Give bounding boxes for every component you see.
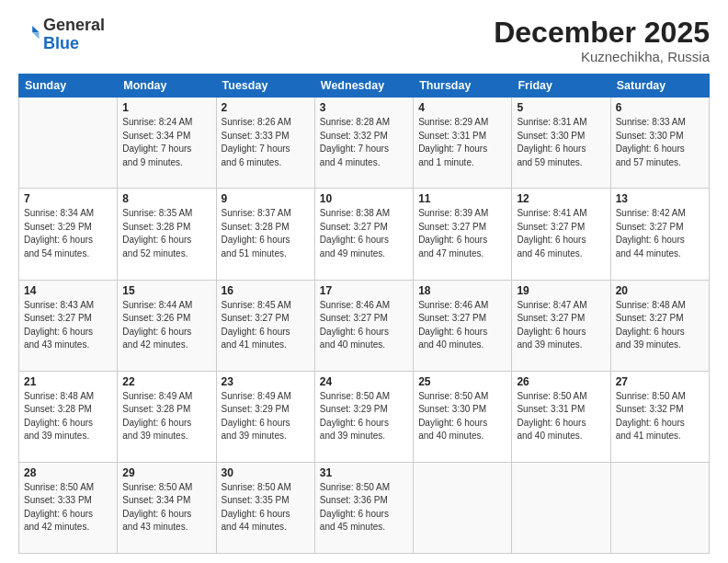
day-of-week-thursday: Thursday: [414, 75, 512, 98]
day-number: 8: [122, 192, 210, 205]
day-of-week-friday: Friday: [512, 75, 610, 98]
day-number: 10: [320, 192, 408, 205]
calendar-cell: 23Sunrise: 8:49 AM Sunset: 3:29 PM Dayli…: [216, 371, 314, 462]
day-info: Sunrise: 8:49 AM Sunset: 3:28 PM Dayligh…: [122, 390, 210, 443]
calendar-week-row: 21Sunrise: 8:48 AM Sunset: 3:28 PM Dayli…: [19, 371, 710, 462]
calendar-header-row: SundayMondayTuesdayWednesdayThursdayFrid…: [19, 75, 710, 98]
day-info: Sunrise: 8:50 AM Sunset: 3:33 PM Dayligh…: [24, 481, 112, 534]
calendar-week-row: 28Sunrise: 8:50 AM Sunset: 3:33 PM Dayli…: [19, 462, 710, 553]
day-number: 19: [517, 284, 605, 297]
logo-icon: [20, 23, 40, 43]
day-number: 5: [517, 101, 605, 114]
day-number: 28: [24, 466, 112, 479]
calendar-cell: 3Sunrise: 8:28 AM Sunset: 3:32 PM Daylig…: [314, 98, 413, 189]
day-info: Sunrise: 8:46 AM Sunset: 3:27 PM Dayligh…: [418, 299, 506, 352]
logo-general: General: [43, 16, 105, 34]
day-info: Sunrise: 8:39 AM Sunset: 3:27 PM Dayligh…: [418, 207, 506, 260]
day-info: Sunrise: 8:48 AM Sunset: 3:27 PM Dayligh…: [616, 299, 704, 352]
day-info: Sunrise: 8:33 AM Sunset: 3:30 PM Dayligh…: [616, 116, 704, 169]
day-number: 14: [24, 284, 112, 297]
calendar-cell: 10Sunrise: 8:38 AM Sunset: 3:27 PM Dayli…: [314, 189, 413, 280]
day-number: 23: [222, 375, 310, 388]
day-info: Sunrise: 8:49 AM Sunset: 3:29 PM Dayligh…: [222, 390, 310, 443]
calendar-cell: [610, 462, 709, 553]
calendar-cell: 2Sunrise: 8:26 AM Sunset: 3:33 PM Daylig…: [216, 98, 314, 189]
calendar-cell: 12Sunrise: 8:41 AM Sunset: 3:27 PM Dayli…: [512, 189, 610, 280]
calendar-week-row: 14Sunrise: 8:43 AM Sunset: 3:27 PM Dayli…: [19, 280, 710, 371]
location: Kuznechikha, Russia: [494, 49, 710, 64]
day-number: 22: [122, 375, 210, 388]
day-number: 21: [24, 375, 112, 388]
day-info: Sunrise: 8:31 AM Sunset: 3:30 PM Dayligh…: [517, 116, 605, 169]
day-info: Sunrise: 8:38 AM Sunset: 3:27 PM Dayligh…: [320, 207, 408, 260]
calendar-cell: 5Sunrise: 8:31 AM Sunset: 3:30 PM Daylig…: [512, 98, 610, 189]
day-info: Sunrise: 8:46 AM Sunset: 3:27 PM Dayligh…: [320, 299, 408, 352]
day-number: 3: [320, 101, 408, 114]
calendar-cell: 24Sunrise: 8:50 AM Sunset: 3:29 PM Dayli…: [314, 371, 413, 462]
day-info: Sunrise: 8:50 AM Sunset: 3:34 PM Dayligh…: [122, 481, 210, 534]
calendar-cell: 22Sunrise: 8:49 AM Sunset: 3:28 PM Dayli…: [118, 371, 216, 462]
calendar-cell: 30Sunrise: 8:50 AM Sunset: 3:35 PM Dayli…: [216, 462, 314, 553]
day-of-week-sunday: Sunday: [19, 75, 118, 98]
logo-blue: Blue: [43, 34, 79, 52]
logo: General Blue: [18, 17, 105, 53]
svg-marker-0: [32, 26, 39, 32]
day-info: Sunrise: 8:50 AM Sunset: 3:35 PM Dayligh…: [222, 481, 310, 534]
day-info: Sunrise: 8:48 AM Sunset: 3:28 PM Dayligh…: [24, 390, 112, 443]
calendar-cell: 25Sunrise: 8:50 AM Sunset: 3:30 PM Dayli…: [414, 371, 512, 462]
day-info: Sunrise: 8:41 AM Sunset: 3:27 PM Dayligh…: [517, 207, 605, 260]
calendar-cell: 27Sunrise: 8:50 AM Sunset: 3:32 PM Dayli…: [610, 371, 709, 462]
day-info: Sunrise: 8:24 AM Sunset: 3:34 PM Dayligh…: [122, 116, 210, 169]
calendar-cell: 18Sunrise: 8:46 AM Sunset: 3:27 PM Dayli…: [414, 280, 512, 371]
day-number: 20: [616, 284, 704, 297]
day-info: Sunrise: 8:35 AM Sunset: 3:28 PM Dayligh…: [122, 207, 210, 260]
header: General Blue December 2025 Kuznechikha, …: [18, 17, 710, 64]
calendar-cell: 28Sunrise: 8:50 AM Sunset: 3:33 PM Dayli…: [19, 462, 118, 553]
day-info: Sunrise: 8:47 AM Sunset: 3:27 PM Dayligh…: [517, 299, 605, 352]
calendar-cell: 26Sunrise: 8:50 AM Sunset: 3:31 PM Dayli…: [512, 371, 610, 462]
day-number: 17: [320, 284, 408, 297]
day-number: 18: [418, 284, 506, 297]
day-info: Sunrise: 8:50 AM Sunset: 3:31 PM Dayligh…: [517, 390, 605, 443]
day-number: 4: [418, 101, 506, 114]
calendar-cell: 14Sunrise: 8:43 AM Sunset: 3:27 PM Dayli…: [19, 280, 118, 371]
calendar-cell: [19, 98, 118, 189]
calendar-cell: 19Sunrise: 8:47 AM Sunset: 3:27 PM Dayli…: [512, 280, 610, 371]
day-number: 1: [122, 101, 210, 114]
day-of-week-tuesday: Tuesday: [216, 75, 314, 98]
day-info: Sunrise: 8:50 AM Sunset: 3:30 PM Dayligh…: [418, 390, 506, 443]
calendar-cell: 31Sunrise: 8:50 AM Sunset: 3:36 PM Dayli…: [314, 462, 413, 553]
calendar-cell: 7Sunrise: 8:34 AM Sunset: 3:29 PM Daylig…: [19, 189, 118, 280]
page: General Blue December 2025 Kuznechikha, …: [0, 0, 728, 563]
day-of-week-monday: Monday: [118, 75, 216, 98]
day-number: 25: [418, 375, 506, 388]
day-of-week-saturday: Saturday: [610, 75, 709, 98]
calendar-cell: 16Sunrise: 8:45 AM Sunset: 3:27 PM Dayli…: [216, 280, 314, 371]
calendar-table: SundayMondayTuesdayWednesdayThursdayFrid…: [18, 74, 710, 554]
calendar-cell: 8Sunrise: 8:35 AM Sunset: 3:28 PM Daylig…: [118, 189, 216, 280]
day-number: 6: [616, 101, 704, 114]
day-of-week-wednesday: Wednesday: [314, 75, 413, 98]
day-number: 11: [418, 192, 506, 205]
calendar-cell: 1Sunrise: 8:24 AM Sunset: 3:34 PM Daylig…: [118, 98, 216, 189]
calendar-cell: 13Sunrise: 8:42 AM Sunset: 3:27 PM Dayli…: [610, 189, 709, 280]
calendar-cell: 4Sunrise: 8:29 AM Sunset: 3:31 PM Daylig…: [414, 98, 512, 189]
calendar-cell: 29Sunrise: 8:50 AM Sunset: 3:34 PM Dayli…: [118, 462, 216, 553]
day-info: Sunrise: 8:50 AM Sunset: 3:29 PM Dayligh…: [320, 390, 408, 443]
day-info: Sunrise: 8:42 AM Sunset: 3:27 PM Dayligh…: [616, 207, 704, 260]
calendar-cell: 21Sunrise: 8:48 AM Sunset: 3:28 PM Dayli…: [19, 371, 118, 462]
day-info: Sunrise: 8:26 AM Sunset: 3:33 PM Dayligh…: [222, 116, 310, 169]
day-number: 27: [616, 375, 704, 388]
calendar-cell: [512, 462, 610, 553]
day-number: 30: [222, 466, 310, 479]
day-info: Sunrise: 8:50 AM Sunset: 3:32 PM Dayligh…: [616, 390, 704, 443]
calendar-week-row: 1Sunrise: 8:24 AM Sunset: 3:34 PM Daylig…: [19, 98, 710, 189]
day-info: Sunrise: 8:44 AM Sunset: 3:26 PM Dayligh…: [122, 299, 210, 352]
day-number: 7: [24, 192, 112, 205]
day-number: 31: [320, 466, 408, 479]
day-info: Sunrise: 8:50 AM Sunset: 3:36 PM Dayligh…: [320, 481, 408, 534]
day-number: 16: [222, 284, 310, 297]
calendar-cell: [414, 462, 512, 553]
calendar-cell: 9Sunrise: 8:37 AM Sunset: 3:28 PM Daylig…: [216, 189, 314, 280]
calendar-cell: 17Sunrise: 8:46 AM Sunset: 3:27 PM Dayli…: [314, 280, 413, 371]
